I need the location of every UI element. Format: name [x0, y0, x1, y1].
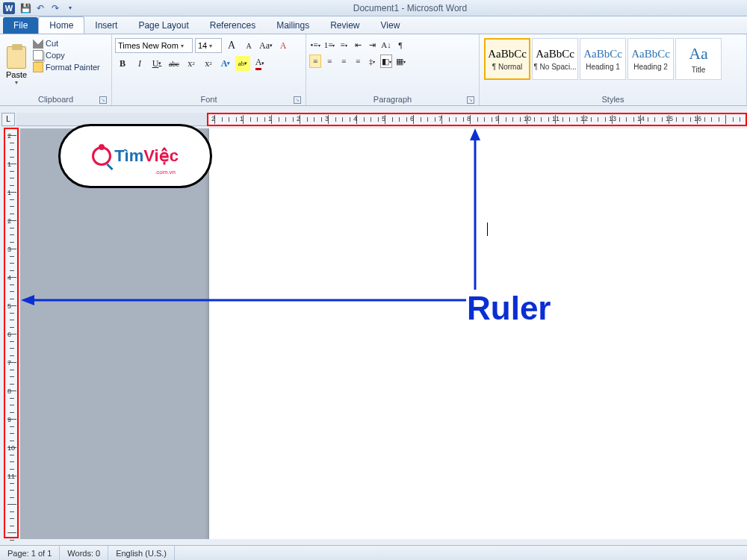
undo-icon[interactable]: ↶	[34, 2, 46, 14]
shrink-font-button[interactable]: A	[241, 38, 256, 53]
bold-button[interactable]: B	[115, 56, 130, 71]
underline-button[interactable]: U▾	[149, 56, 164, 71]
ribbon: Paste ▾ Cut Copy Format Painter Clipboar…	[0, 34, 747, 106]
status-language[interactable]: English (U.S.)	[108, 546, 175, 560]
cut-icon	[33, 38, 43, 49]
text-effects-button[interactable]: A▾	[218, 56, 233, 71]
shading-button[interactable]: ◧▾	[380, 55, 392, 68]
document-page[interactable]	[209, 128, 747, 539]
format-painter-icon	[33, 62, 43, 72]
align-left-button[interactable]: ≡	[309, 55, 321, 68]
borders-button[interactable]: ▦▾	[394, 55, 406, 68]
group-styles: AaBbCc¶ Normal AaBbCc¶ No Spaci... AaBbC…	[480, 34, 747, 105]
align-right-button[interactable]: ≡	[338, 55, 350, 68]
bullets-button[interactable]: •≡▾	[309, 38, 321, 52]
status-page[interactable]: Page: 1 of 1	[0, 546, 60, 560]
show-marks-button[interactable]: ¶	[394, 38, 406, 52]
font-group-label: Font↘	[115, 94, 303, 105]
status-bar: Page: 1 of 1 Words: 0 English (U.S.)	[0, 545, 747, 560]
window-title: Document1 - Microsoft Word	[76, 3, 744, 13]
paragraph-dialog-icon[interactable]: ↘	[467, 96, 474, 104]
font-dialog-icon[interactable]: ↘	[294, 96, 301, 104]
clear-formatting-button[interactable]: A	[276, 38, 291, 53]
clipboard-dialog-icon[interactable]: ↘	[99, 96, 107, 104]
quick-access-toolbar: 💾 ↶ ↷ ▾	[19, 2, 76, 14]
style-title[interactable]: AaTitle	[675, 38, 722, 80]
decrease-indent-button[interactable]: ⇤	[352, 38, 364, 52]
paste-menu-icon[interactable]: ▾	[15, 79, 18, 86]
ruler-horizontal[interactable]: 2112345678910111213141516	[207, 113, 747, 126]
tab-view[interactable]: View	[371, 17, 411, 34]
highlight-button[interactable]: ab▾	[235, 56, 250, 71]
tab-references[interactable]: References	[199, 17, 266, 34]
document-area[interactable]	[20, 128, 747, 539]
paste-icon	[7, 46, 26, 69]
style-heading-2[interactable]: AaBbCcHeading 2	[627, 38, 674, 80]
change-case-button[interactable]: Aa▾	[258, 38, 273, 53]
group-font: Times New Rom▾ 14▾ A A Aa▾ A B I U▾ abc …	[112, 34, 306, 105]
redo-icon[interactable]: ↷	[49, 2, 61, 14]
format-painter-button[interactable]: Format Painter	[33, 62, 100, 72]
ruler-vertical[interactable]: 211234567891011	[4, 128, 18, 538]
italic-button[interactable]: I	[132, 56, 147, 71]
numbering-button[interactable]: 1≡▾	[323, 38, 335, 52]
tab-page-layout[interactable]: Page Layout	[128, 17, 199, 34]
ribbon-tabs: File Home Insert Page Layout References …	[0, 16, 747, 34]
watermark-logo: TìmViệc .com.vn	[58, 124, 212, 188]
annotation-label-ruler: Ruler	[467, 290, 551, 327]
tab-review[interactable]: Review	[320, 17, 370, 34]
tab-file[interactable]: File	[3, 17, 38, 34]
ruler-vertical-wrap: 211234567891011	[4, 128, 18, 538]
font-name-select[interactable]: Times New Rom▾	[115, 38, 193, 53]
save-icon[interactable]: 💾	[19, 2, 31, 14]
multilevel-button[interactable]: ≡▾	[338, 38, 350, 52]
increase-indent-button[interactable]: ⇥	[366, 38, 378, 52]
style-normal[interactable]: AaBbCc¶ Normal	[484, 38, 530, 80]
cut-button[interactable]: Cut	[33, 38, 100, 49]
subscript-button[interactable]: x2	[184, 56, 199, 71]
status-words[interactable]: Words: 0	[60, 546, 108, 560]
styles-gallery[interactable]: AaBbCc¶ Normal AaBbCc¶ No Spaci... AaBbC…	[483, 37, 723, 94]
clipboard-group-label: Clipboard↘	[3, 94, 108, 105]
text-cursor	[487, 223, 488, 236]
font-size-select[interactable]: 14▾	[195, 38, 222, 53]
paragraph-group-label: Paragraph↘	[309, 94, 476, 105]
align-center-button[interactable]: ≡	[323, 55, 335, 68]
font-color-button[interactable]: A▾	[252, 56, 267, 71]
group-paragraph: •≡▾ 1≡▾ ≡▾ ⇤ ⇥ A↓ ¶ ≡ ≡ ≡ ≡ ‡▾ ◧▾ ▦▾ Par…	[306, 34, 480, 105]
qat-dropdown-icon[interactable]: ▾	[64, 2, 76, 14]
tab-home[interactable]: Home	[38, 16, 84, 34]
styles-group-label: Styles	[483, 94, 743, 105]
tab-mailings[interactable]: Mailings	[266, 17, 320, 34]
justify-button[interactable]: ≡	[352, 55, 364, 68]
paste-button[interactable]: Paste ▾	[3, 37, 30, 94]
tab-insert[interactable]: Insert	[84, 17, 128, 34]
paste-label: Paste	[6, 70, 27, 79]
sort-button[interactable]: A↓	[380, 38, 392, 52]
word-app-icon: W	[3, 2, 15, 14]
line-spacing-button[interactable]: ‡▾	[366, 55, 378, 68]
strikethrough-button[interactable]: abc	[167, 56, 182, 71]
tab-selector[interactable]: L	[1, 113, 15, 126]
style-no-spacing[interactable]: AaBbCc¶ No Spaci...	[532, 38, 578, 80]
copy-icon	[33, 50, 43, 60]
group-clipboard: Paste ▾ Cut Copy Format Painter Clipboar…	[0, 34, 112, 105]
grow-font-button[interactable]: A	[224, 38, 239, 53]
magnifier-icon	[92, 146, 111, 166]
superscript-button[interactable]: x2	[201, 56, 216, 71]
copy-button[interactable]: Copy	[33, 50, 100, 60]
title-bar: W 💾 ↶ ↷ ▾ Document1 - Microsoft Word	[0, 0, 747, 16]
style-heading-1[interactable]: AaBbCcHeading 1	[580, 38, 626, 80]
